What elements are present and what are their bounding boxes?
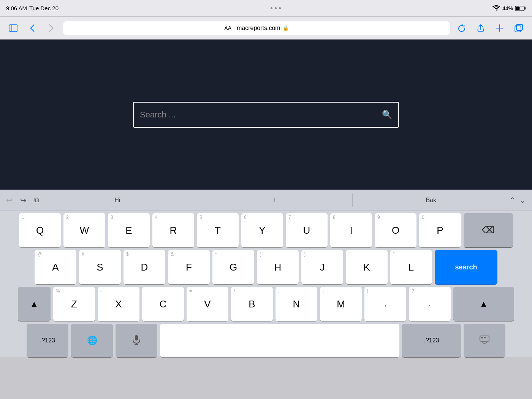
key-row-3: ▲ %Z -X +C =V /B ;N :M !, ?. ▲ [2, 287, 530, 321]
key-n[interactable]: ;N [276, 287, 317, 321]
key-l[interactable]: "L [390, 250, 432, 284]
numbers-key-left[interactable]: .?123 [27, 324, 68, 357]
globe-key[interactable]: 🌐 [71, 324, 113, 357]
back-button[interactable] [25, 21, 40, 35]
url-text: macreports.com [237, 25, 280, 32]
search-placeholder-text: Search ... [140, 110, 382, 120]
keyboard-rows: 1Q 2W 3E 4R 5T 6Y 7U 8I 9O 0P ⌫ @A #S $D… [0, 211, 532, 357]
search-box-container: Search ... 🔍 [133, 102, 399, 128]
redo-button[interactable]: ↪ [20, 196, 27, 205]
key-x[interactable]: -X [98, 287, 139, 321]
key-g[interactable]: *G [212, 250, 254, 284]
mic-key[interactable] [116, 324, 157, 357]
keyboard-toolbar-left: ↩ ↪ ⧉ [6, 196, 39, 205]
key-b[interactable]: /B [231, 287, 273, 321]
search-icon: 🔍 [382, 110, 392, 120]
undo-button[interactable]: ↩ [6, 196, 13, 205]
dot1 [271, 7, 272, 9]
key-exclaim[interactable]: !, [364, 287, 406, 321]
date-display: Tue Dec 20 [29, 5, 59, 11]
shift-right-key[interactable]: ▲ [453, 287, 514, 321]
key-t[interactable]: 5T [197, 213, 239, 247]
keyboard-toolbar: ↩ ↪ ⧉ Hi I Bak ⌃ ⌄ [0, 190, 532, 211]
keyboard-dismiss-icon [480, 336, 489, 345]
backspace-key[interactable]: ⌫ [464, 213, 513, 247]
key-e[interactable]: 3E [108, 213, 150, 247]
reload-button[interactable] [454, 21, 469, 35]
key-q[interactable]: 1Q [19, 213, 61, 247]
key-row-4: .?123 🌐 .?123 [2, 324, 530, 357]
space-key[interactable] [160, 324, 399, 357]
globe-icon: 🌐 [87, 336, 97, 345]
status-bar-left: 9:06 AM Tue Dec 20 [6, 5, 59, 11]
key-u[interactable]: 7U [286, 213, 328, 247]
key-m[interactable]: :M [320, 287, 362, 321]
status-bar-center [271, 7, 281, 9]
svg-rect-7 [515, 26, 521, 32]
key-row-2: @A #S $D &F *G (H )J 'K "L search [2, 250, 530, 284]
key-v[interactable]: =V [187, 287, 228, 321]
suggestion-3[interactable]: Bak [352, 193, 509, 207]
keyboard-area: ↩ ↪ ⧉ Hi I Bak ⌃ ⌄ 1Q 2W 3E 4R 5T 6Y 7U … [0, 190, 532, 357]
battery-icon [515, 6, 526, 11]
url-bar[interactable]: AA macreports.com 🔒 [63, 21, 450, 35]
wifi-icon [492, 5, 500, 11]
key-c[interactable]: +C [142, 287, 184, 321]
suggestion-1[interactable]: Hi [39, 193, 196, 207]
key-d[interactable]: $D [124, 250, 165, 284]
sidebar-toggle-button[interactable] [6, 21, 21, 35]
lock-icon: 🔒 [283, 25, 289, 31]
shift-left-key[interactable]: ▲ [18, 287, 51, 321]
key-y[interactable]: 6Y [241, 213, 283, 247]
web-content-area: Search ... 🔍 [0, 40, 532, 190]
search-key[interactable]: search [435, 250, 497, 284]
time-display: 9:06 AM [6, 5, 27, 11]
svg-rect-2 [516, 6, 519, 10]
key-s[interactable]: #S [79, 250, 121, 284]
tabs-button[interactable] [511, 21, 526, 35]
key-h[interactable]: (H [257, 250, 299, 284]
key-i[interactable]: 8I [330, 213, 372, 247]
paste-button[interactable]: ⧉ [34, 196, 39, 204]
keyboard-toolbar-right: ⌃ ⌄ [509, 196, 526, 205]
status-bar-right: 44% [492, 5, 526, 11]
status-bar: 9:06 AM Tue Dec 20 44% [0, 0, 532, 17]
key-r[interactable]: 4R [152, 213, 194, 247]
forward-button[interactable] [44, 21, 59, 35]
svg-rect-1 [524, 7, 526, 10]
key-f[interactable]: &F [168, 250, 210, 284]
key-w[interactable]: 2W [63, 213, 105, 247]
share-button[interactable] [473, 21, 488, 35]
key-z[interactable]: %Z [53, 287, 95, 321]
dot3 [279, 7, 281, 9]
keyboard-dismiss-key[interactable] [464, 324, 505, 357]
search-box[interactable]: Search ... 🔍 [133, 102, 399, 128]
shift-left-icon: ▲ [30, 299, 38, 309]
key-question[interactable]: ?. [409, 287, 451, 321]
suggestion-2[interactable]: I [196, 193, 353, 207]
keyboard-suggestions: Hi I Bak [39, 193, 509, 207]
browser-toolbar: AA macreports.com 🔒 [0, 17, 532, 40]
numbers-key-right[interactable]: .?123 [402, 324, 461, 357]
svg-rect-9 [135, 335, 138, 340]
key-p[interactable]: 0P [419, 213, 461, 247]
dot2 [275, 7, 277, 9]
svg-rect-3 [9, 25, 17, 32]
cursor-down-button[interactable]: ⌄ [519, 196, 526, 205]
cursor-up-button[interactable]: ⌃ [509, 196, 516, 205]
add-tab-button[interactable] [492, 21, 507, 35]
key-j[interactable]: )J [301, 250, 343, 284]
key-o[interactable]: 9O [375, 213, 416, 247]
battery-label: 44% [502, 5, 513, 11]
key-k[interactable]: 'K [346, 250, 388, 284]
aa-label[interactable]: AA [224, 25, 231, 31]
svg-rect-8 [516, 24, 522, 30]
key-row-1: 1Q 2W 3E 4R 5T 6Y 7U 8I 9O 0P ⌫ [2, 213, 530, 247]
shift-right-icon: ▲ [480, 299, 488, 309]
svg-rect-12 [480, 336, 489, 341]
mic-icon [132, 335, 141, 346]
key-a[interactable]: @A [35, 250, 76, 284]
backspace-icon: ⌫ [482, 225, 495, 236]
